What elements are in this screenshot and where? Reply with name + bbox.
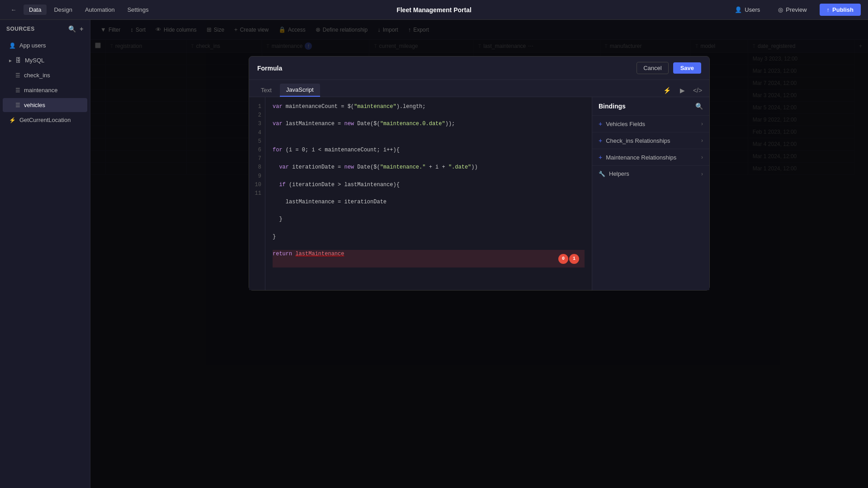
modal-header-actions: Cancel Save (637, 62, 701, 74)
sidebar-item-check-ins[interactable]: ☰ check_ins (3, 68, 87, 82)
plus-icon-3: + (599, 154, 602, 161)
sidebar: Sources 🔍 + 👤 App users ▸ 🗄 MySQL ☰ chec… (0, 20, 90, 488)
main-layout: Sources 🔍 + 👤 App users ▸ 🗄 MySQL ☰ chec… (0, 20, 868, 488)
function-icon: ⚡ (9, 117, 16, 123)
db-icon: 🗄 (15, 57, 21, 64)
bindings-panel: Bindings 🔍 + Vehicles Fields › (592, 97, 709, 290)
formula-tabs: Text JavaScript ⚡ ▶ </> (249, 80, 709, 97)
tab-automation[interactable]: Automation (80, 5, 120, 15)
cancel-button[interactable]: Cancel (637, 62, 668, 74)
publish-icon: ↑ (827, 6, 830, 13)
app-users-icon: 👤 (9, 42, 16, 49)
code-editor[interactable]: 1 2 3 4 5 6 7 8 9 10 11 var mainten (249, 97, 592, 290)
app-title: Fleet Management Portal (396, 6, 472, 14)
binding-check-ins-relationships[interactable]: + Check_ins Relationships › (592, 132, 709, 149)
plus-icon-2: + (599, 137, 602, 144)
modal-body: 1 2 3 4 5 6 7 8 9 10 11 var mainten (249, 97, 709, 290)
top-actions: 👤 Users ◎ Preview ↑ Publish (729, 4, 861, 16)
users-icon: 👤 (735, 6, 742, 13)
preview-button[interactable]: ◎ Preview (773, 5, 812, 15)
top-bar: ← Data Design Automation Settings Fleet … (0, 0, 868, 20)
tab-settings[interactable]: Settings (122, 5, 154, 15)
line-numbers: 1 2 3 4 5 6 7 8 9 10 11 (249, 97, 265, 290)
sidebar-item-app-users[interactable]: 👤 App users (3, 38, 87, 52)
bindings-header: Bindings 🔍 (592, 97, 709, 115)
back-button[interactable]: ← (7, 4, 20, 16)
tab-design[interactable]: Design (48, 5, 77, 15)
formula-tab-actions: ⚡ ▶ </> (660, 84, 704, 97)
binding-maintenance-relationships[interactable]: + Maintenance Relationships › (592, 149, 709, 165)
content-area: ▼ Filter ↕ Sort 👁 Hide columns ⊞ Size + … (90, 20, 868, 488)
binding-helpers[interactable]: 🔧 Helpers › (592, 165, 709, 182)
play-icon[interactable]: ▶ (676, 84, 689, 97)
table-icon-2: ☰ (15, 87, 20, 94)
publish-button[interactable]: ↑ Publish (820, 4, 861, 16)
modal-title: Formula (257, 65, 282, 72)
search-icon[interactable]: 🔍 (68, 25, 76, 33)
sidebar-item-maintenance[interactable]: ☰ maintenance (3, 83, 87, 97)
tab-data[interactable]: Data (24, 5, 47, 15)
modal-header: Formula Cancel Save (249, 56, 709, 80)
preview-icon: ◎ (778, 6, 783, 13)
sidebar-item-vehicles[interactable]: ☰ vehicles (3, 98, 87, 112)
users-button[interactable]: 👤 Users (729, 5, 765, 15)
user-badge-1: 0 (558, 254, 568, 264)
formula-modal: Formula Cancel Save Text JavaScript ⚡ ▶ … (249, 56, 710, 291)
tab-text[interactable]: Text (255, 84, 278, 96)
lightning-icon[interactable]: ⚡ (660, 84, 673, 97)
mysql-icon: ▸ (9, 57, 12, 64)
sidebar-header: Sources 🔍 + (0, 20, 90, 38)
binding-vehicles-fields[interactable]: + Vehicles Fields › (592, 115, 709, 132)
modal-overlay[interactable]: Formula Cancel Save Text JavaScript ⚡ ▶ … (90, 20, 868, 488)
save-button[interactable]: Save (673, 62, 701, 74)
tab-javascript[interactable]: JavaScript (280, 84, 320, 97)
chevron-right-icon-3: › (701, 154, 703, 160)
code-content[interactable]: var maintenanceCount = $("maintenance").… (265, 97, 592, 290)
bindings-search-icon[interactable]: 🔍 (695, 103, 703, 110)
plus-icon: + (599, 120, 602, 127)
chevron-right-icon-4: › (701, 171, 703, 177)
sidebar-header-actions: 🔍 + (68, 25, 84, 33)
table-icon-3: ☰ (15, 102, 20, 108)
table-icon: ☰ (15, 72, 20, 79)
nav-tabs: Data Design Automation Settings (24, 5, 154, 15)
badge-stack: 0 1 (558, 254, 579, 264)
sidebar-item-get-current-location[interactable]: ⚡ GetCurrentLocation (3, 113, 87, 127)
chevron-right-icon-2: › (701, 137, 703, 144)
add-source-icon[interactable]: + (80, 25, 84, 33)
chevron-right-icon: › (701, 121, 703, 127)
sidebar-item-mysql[interactable]: ▸ 🗄 MySQL (3, 53, 87, 67)
code-icon[interactable]: </> (691, 84, 704, 97)
wrench-icon: 🔧 (599, 171, 605, 177)
user-badge-2: 1 (569, 254, 579, 264)
